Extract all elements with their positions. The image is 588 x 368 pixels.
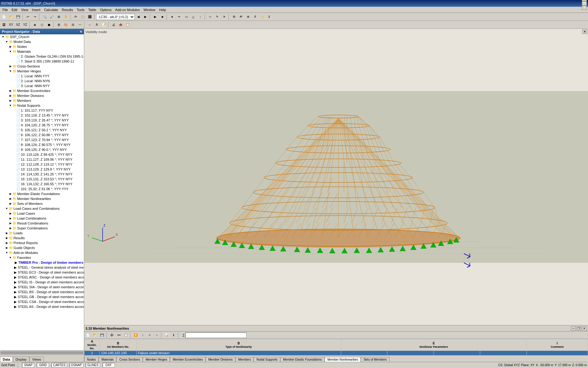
print-btn[interactable]: 🖨 — [110, 21, 117, 28]
view-3d-btn[interactable]: 🖼 — [1, 21, 7, 28]
tree-members[interactable]: ▶ 📁 Members — [0, 98, 84, 103]
table-del-btn[interactable]: ➖ — [115, 332, 122, 339]
toggle-icon[interactable]: ▶ — [5, 236, 9, 240]
nav-tab-views[interactable]: Views — [29, 357, 44, 362]
toggle-icon[interactable]: ▼ — [9, 256, 12, 259]
tree-favorites[interactable]: ▼ 📁 Favorites — [0, 255, 84, 260]
tree-materials[interactable]: ▼ 📁 Materials — [0, 49, 84, 54]
tree-sets-of-members[interactable]: ▶ 📁 Sets of Members — [0, 201, 84, 206]
load-case-dropdown[interactable]: LC30 - wk,0°,(+0,2) — [96, 14, 135, 20]
section-btn[interactable]: ⊟ — [70, 21, 76, 28]
nav-close-button[interactable]: ✕ — [80, 30, 82, 33]
tree-ns9[interactable]: 📄9: 109,125; Z 90.0 °; YYY NYY — [0, 147, 84, 152]
redo-btn[interactable]: ↪ — [32, 13, 38, 20]
hidden-btn[interactable]: ◼ — [46, 21, 52, 28]
tree-member-hinges[interactable]: ▼ 📁 Member Hinges — [0, 69, 84, 74]
visibility-btn[interactable]: 👁 — [238, 13, 244, 20]
table-graph-btn[interactable]: 📊 — [163, 332, 170, 339]
display-opt-btn[interactable]: ⊞ — [55, 21, 62, 28]
tree-ns11[interactable]: 📄11: 111,127; Z 109.06 °; YYY NYY — [0, 157, 84, 162]
toggle-icon[interactable]: ▼ — [5, 207, 9, 210]
prev-lc-btn[interactable]: ◀ — [135, 13, 142, 20]
table-row[interactable]: 1 134-140,142-145 Failure under tension — [85, 351, 588, 355]
tree-timber-pro[interactable]: ▶ TIMBER Pro - Design of timber members — [0, 260, 84, 265]
clip-btn[interactable]: 📋 — [124, 21, 131, 28]
table-open-btn[interactable]: 📂 — [92, 332, 98, 339]
tab-nodal-supports[interactable]: Nodal Supports — [254, 357, 280, 362]
tree-ns6[interactable]: 📄6: 106,122; Z 60.88 °; YYY NYY — [0, 132, 84, 137]
wire-btn[interactable]: ◻ — [39, 21, 45, 28]
tree-ns12[interactable]: 📄12: 112,128; Z 119.12 °; YYY NYY — [0, 162, 84, 167]
tree-printout[interactable]: ▶ 📁 Printout Reports — [0, 240, 84, 245]
tab-cross-sections[interactable]: Cross-Sections — [116, 357, 143, 362]
run-btn[interactable]: ▶ — [152, 13, 159, 20]
color-btn[interactable]: 🎨 — [62, 21, 69, 28]
tree-result-combinations[interactable]: ▶ 📁 Result Combinations — [0, 221, 84, 226]
toggle-icon[interactable]: ▼ — [1, 35, 5, 39]
table-filter-btn[interactable]: 🔽 — [132, 332, 139, 339]
restore-button[interactable]: ❐ — [582, 1, 587, 6]
tree-steel-as[interactable]: ▶ STEEL AS - Design of steel members acc… — [0, 304, 84, 309]
tree-ssp-church[interactable]: ▼ 📁 SSP_Church — [0, 34, 84, 39]
tab-member-eccentricities[interactable]: Member Eccentricities — [170, 357, 205, 362]
menu-options[interactable]: Options — [98, 7, 113, 12]
delete-btn[interactable]: ✕ — [221, 13, 228, 20]
zoom-all-btn[interactable]: ⊞ — [55, 13, 62, 20]
table-new-btn[interactable]: 📄 — [85, 332, 91, 339]
tree-ns15[interactable]: 📄15: 115,131; Z 153.53 °; YYY NYY — [0, 177, 84, 182]
menu-insert[interactable]: Insert — [30, 7, 42, 12]
toggle-icon[interactable]: ▶ — [9, 217, 12, 220]
toggle-icon[interactable]: ▶ — [9, 45, 12, 48]
cell-g[interactable] — [434, 351, 480, 355]
tree-mat1[interactable]: 📄 2: Glulam Timber GL24h | DIN EN 1995-1… — [0, 54, 84, 59]
save-btn[interactable]: 💾 — [15, 13, 21, 20]
menu-table[interactable]: Table — [86, 7, 98, 12]
tree-mat2[interactable]: 📄 7: Steel S 355 | DIN 18800:1990-11 — [0, 59, 84, 64]
table-check-btn[interactable]: ✓ — [146, 332, 153, 339]
menu-results[interactable]: Results — [60, 7, 75, 12]
wireframe-btn[interactable]: ⬚ — [79, 13, 86, 20]
export-btn[interactable]: 📤 — [117, 21, 124, 28]
tree-member-nonlin[interactable]: ▶ 📁 Member Nonlinearities — [0, 196, 84, 201]
rotate-btn[interactable]: ⟳ — [72, 13, 79, 20]
view-xy-btn[interactable]: XY — [8, 21, 14, 28]
toggle-icon[interactable]: ▶ — [9, 202, 12, 205]
toggle-icon[interactable]: ▼ — [5, 40, 9, 44]
tree-load-cases-comb[interactable]: ▼ 📁 Load Cases and Combinations — [0, 206, 84, 211]
info-btn[interactable]: ℹ — [266, 13, 273, 20]
load-btn[interactable]: ↓ — [197, 13, 204, 20]
render-btn[interactable]: ◈ — [32, 21, 38, 28]
properties-btn[interactable]: ⚙ — [231, 13, 237, 20]
bottom-minimize-btn[interactable]: ─ — [571, 326, 576, 331]
tree-steel-ec3[interactable]: ▶ STEEL EC3 - Design of steel members ac… — [0, 270, 84, 275]
tree-ns14[interactable]: 📄14: 114,130; Z 141.25 °; YYY NYY — [0, 172, 84, 177]
toggle-icon[interactable]: ▶ — [9, 226, 12, 230]
tree-member-elastic[interactable]: ▶ 📁 Member Elastic Foundations — [0, 191, 84, 196]
menu-edit[interactable]: Edit — [10, 7, 19, 12]
tree-ns10[interactable]: 📄10: 110,126; Z 99.425 °; YYY NYY — [0, 152, 84, 157]
toggle-icon[interactable]: ▼ — [9, 69, 12, 73]
toggle-icon[interactable]: ▶ — [9, 221, 12, 225]
cell-members[interactable]: 134-140,142-145 — [100, 351, 137, 355]
tree-hinge2[interactable]: 📄 2: Local: NNN NYN — [0, 79, 84, 83]
tree-steel-csa[interactable]: ▶ STEEL CSA - Design of steel members ac… — [0, 299, 84, 304]
dim-btn[interactable]: ↔ — [86, 21, 93, 28]
tree-model-data[interactable]: ▼ 📁 Model Data — [0, 39, 84, 44]
tree-load-cases[interactable]: ▶ 📁 Load Cases — [0, 211, 84, 216]
tree-ns7[interactable]: 📄7: 107,123; Z 70.94 °; YYY NYY — [0, 137, 84, 142]
menu-help[interactable]: Help — [157, 7, 168, 12]
toggle-icon[interactable]: ▶ — [9, 64, 12, 68]
tab-member-nonlin[interactable]: Member Nonlinearities — [325, 357, 361, 362]
formula-input[interactable] — [185, 332, 247, 338]
undo-btn[interactable]: ↩ — [24, 13, 31, 20]
tree-member-eccentricities[interactable]: ▶ 📁 Member Eccentricities — [0, 88, 84, 93]
new-btn[interactable]: 📄 — [1, 13, 7, 20]
bottom-restore-btn[interactable]: ❐ — [576, 326, 581, 331]
tree-steel-gb[interactable]: ▶ STEEL GB - Design of steel members acc… — [0, 294, 84, 299]
nav-tab-data[interactable]: Data — [0, 357, 13, 362]
tab-nodes[interactable]: Nodes — [84, 357, 99, 362]
view-content[interactable]: Visibility mode — [84, 29, 588, 325]
cartes-indicator[interactable]: CARTES — [51, 363, 67, 367]
tree-ns1[interactable]: 📄1: 101,117; YYY NYY — [0, 108, 84, 113]
close-button[interactable]: ✕ — [582, 6, 587, 10]
